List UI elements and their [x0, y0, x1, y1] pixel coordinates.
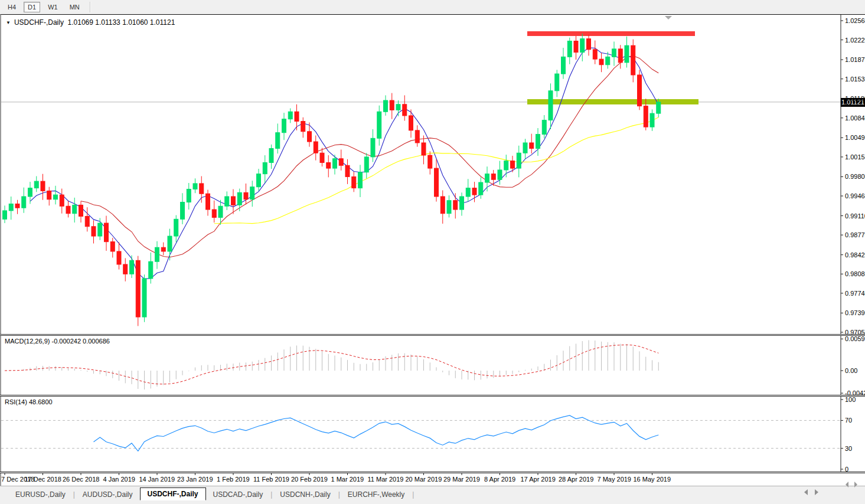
candle-body	[250, 187, 254, 199]
price-axis-label: 0.98770	[845, 231, 865, 238]
candle-body	[536, 135, 540, 149]
candle-body	[567, 41, 572, 57]
price-axis-label: 0.99800	[845, 173, 865, 180]
price-axis-label: 1.01870	[845, 56, 865, 63]
candle-body	[644, 106, 648, 127]
candle-body	[409, 116, 413, 130]
candle-body	[269, 149, 273, 163]
candle-body	[155, 247, 159, 261]
panel-separator-axis	[0, 472, 865, 473]
candle-body	[453, 201, 458, 210]
candle-body	[212, 210, 216, 217]
date-axis-label: 11 Mar 2019	[368, 476, 404, 483]
chart-context-arrow-icon[interactable]: ▼	[6, 20, 11, 25]
candle-body	[511, 161, 515, 168]
candle-body	[593, 50, 597, 59]
rsi-axis-label: 100	[845, 396, 856, 403]
candle-body	[435, 168, 439, 197]
date-axis-label: 11 Feb 2019	[253, 476, 289, 483]
candle-body	[15, 204, 19, 208]
chart-symbol-label: USDCHF-,Daily	[14, 18, 64, 27]
price-axis-label: 0.98420	[845, 251, 865, 258]
candle-body	[580, 39, 585, 53]
resistance-line	[527, 31, 695, 36]
date-axis-label: 17 Dec 2018	[25, 476, 61, 483]
tab-eurchf-weekly[interactable]: EURCHF-,Weekly	[341, 489, 412, 500]
candle-body	[352, 176, 356, 188]
terminal-screen: H4 D1 W1 MN ▼USDCHF-,Daily 1.01069 1.011…	[0, 0, 865, 504]
candle-body	[73, 205, 77, 213]
candle-body	[460, 197, 464, 210]
price-axis-label: 0.97740	[845, 290, 865, 297]
tab-scroll-right-icon[interactable]	[815, 489, 818, 495]
symbol-tabbar: EURUSD-,Daily | AUDUSD-,Daily USDCHF-,Da…	[0, 486, 865, 502]
candle-body	[612, 49, 616, 57]
price-axis-label: 1.00490	[845, 134, 865, 141]
candle-body	[200, 184, 204, 194]
statusbar-strip	[0, 502, 865, 504]
candle-body	[225, 197, 229, 206]
candle-body	[587, 39, 591, 50]
tab-separator: |	[412, 490, 414, 499]
tab-usdchf-daily[interactable]: USDCHF-,Daily	[140, 487, 206, 500]
candle-body	[34, 181, 38, 188]
tab-audusd-daily[interactable]: AUDUSD-,Daily	[76, 489, 140, 500]
date-axis-label: 4 Jan 2019	[103, 476, 135, 483]
date-axis-label: 23 Jan 2019	[177, 476, 213, 483]
chart-ohlc-values: 1.01069 1.01133 1.01060 1.01121	[68, 18, 175, 27]
date-axis-label: 29 Mar 2019	[443, 476, 480, 483]
rsi-line	[94, 415, 659, 451]
chart-hscroll-arrows	[846, 482, 857, 487]
candle-body	[428, 155, 432, 168]
chart-scroll-right-icon[interactable]	[854, 482, 857, 487]
chart-canvas[interactable]	[0, 0, 865, 504]
candle-body	[517, 153, 521, 168]
candle-body	[422, 143, 426, 155]
candle-body	[555, 74, 559, 91]
scroll-to-end-marker-icon[interactable]	[665, 16, 672, 19]
date-axis-label: 1 Mar 2019	[331, 476, 364, 483]
date-axis-label: 20 Mar 2019	[406, 476, 442, 483]
candle-body	[41, 181, 45, 191]
candle-body	[491, 174, 495, 180]
chart-scroll-left-icon[interactable]	[846, 482, 848, 487]
price-axis-label: 1.01180	[845, 95, 865, 102]
date-axis-label: 8 Apr 2019	[484, 476, 515, 483]
tab-scroll-left-icon[interactable]	[804, 489, 808, 495]
candle-body	[110, 242, 115, 251]
price-axis-label: 1.01530	[845, 76, 865, 83]
panel-separator-rsi[interactable]	[0, 395, 865, 397]
candle-body	[549, 91, 553, 120]
candle-body	[574, 41, 578, 52]
candle-body	[314, 142, 318, 153]
candle-body	[206, 194, 210, 210]
candle-body	[447, 201, 451, 214]
price-axis-label: 1.02220	[845, 37, 865, 44]
candle-body	[149, 261, 153, 279]
candle-body	[263, 163, 267, 174]
candle-body	[161, 247, 165, 251]
candle-body	[136, 260, 140, 317]
tab-eurusd-daily[interactable]: EURUSD-,Daily	[8, 489, 73, 500]
candle-body	[377, 112, 381, 138]
candle-body	[384, 100, 388, 112]
candle-body	[295, 112, 299, 121]
macd-axis-label: 0.00597	[845, 335, 865, 342]
fast-ma-line	[30, 48, 658, 279]
candle-body	[85, 217, 89, 227]
price-axis-label: 1.00840	[845, 114, 865, 122]
date-axis-label: 1 Feb 2019	[217, 476, 250, 483]
tab-usdcad-daily[interactable]: USDCAD-,Daily	[206, 489, 270, 500]
candle-body	[327, 163, 331, 169]
candle-body	[105, 223, 109, 242]
tab-usdcnh-daily[interactable]: USDCNH-,Daily	[273, 489, 337, 500]
rsi-axis-label: 0	[845, 466, 848, 473]
macd-indicator-label: MACD(12,26,9) -0.000242 0.000686	[5, 338, 110, 345]
candle-body	[237, 192, 241, 205]
candle-body	[47, 191, 51, 199]
date-axis-label: 26 Dec 2018	[63, 476, 99, 483]
panel-separator-macd[interactable]	[0, 334, 865, 336]
candle-body	[142, 279, 146, 317]
candle-body	[22, 197, 26, 208]
date-axis-label: 14 Jan 2019	[139, 476, 175, 483]
